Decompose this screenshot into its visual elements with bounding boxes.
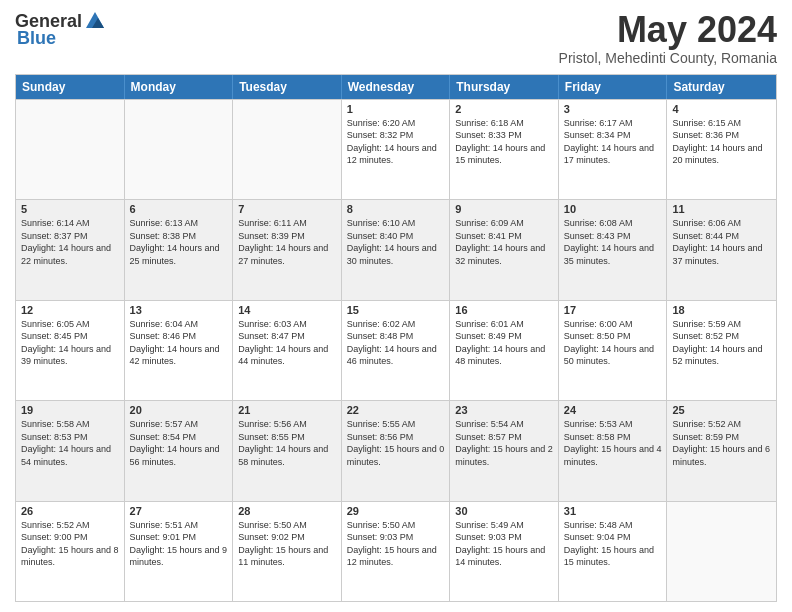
cell-info: Sunrise: 5:56 AM Sunset: 8:55 PM Dayligh… <box>238 418 336 468</box>
cal-cell: 2Sunrise: 6:18 AM Sunset: 8:33 PM Daylig… <box>450 100 559 199</box>
day-number: 28 <box>238 505 336 517</box>
header-monday: Monday <box>125 75 234 99</box>
cal-cell <box>233 100 342 199</box>
header-saturday: Saturday <box>667 75 776 99</box>
header: General Blue May 2024 Pristol, Mehedinti… <box>15 10 777 66</box>
cal-week-4: 26Sunrise: 5:52 AM Sunset: 9:00 PM Dayli… <box>16 501 776 601</box>
cal-cell: 18Sunrise: 5:59 AM Sunset: 8:52 PM Dayli… <box>667 301 776 400</box>
cell-info: Sunrise: 6:06 AM Sunset: 8:44 PM Dayligh… <box>672 217 771 267</box>
day-number: 20 <box>130 404 228 416</box>
cell-info: Sunrise: 6:08 AM Sunset: 8:43 PM Dayligh… <box>564 217 662 267</box>
logo-icon <box>84 10 106 32</box>
cell-info: Sunrise: 6:17 AM Sunset: 8:34 PM Dayligh… <box>564 117 662 167</box>
logo-blue: Blue <box>17 28 56 49</box>
cal-cell: 11Sunrise: 6:06 AM Sunset: 8:44 PM Dayli… <box>667 200 776 299</box>
day-number: 5 <box>21 203 119 215</box>
day-number: 23 <box>455 404 553 416</box>
page: General Blue May 2024 Pristol, Mehedinti… <box>0 0 792 612</box>
calendar-header: Sunday Monday Tuesday Wednesday Thursday… <box>16 75 776 99</box>
day-number: 13 <box>130 304 228 316</box>
cal-cell: 17Sunrise: 6:00 AM Sunset: 8:50 PM Dayli… <box>559 301 668 400</box>
cal-cell: 19Sunrise: 5:58 AM Sunset: 8:53 PM Dayli… <box>16 401 125 500</box>
day-number: 16 <box>455 304 553 316</box>
cal-cell: 21Sunrise: 5:56 AM Sunset: 8:55 PM Dayli… <box>233 401 342 500</box>
day-number: 4 <box>672 103 771 115</box>
cell-info: Sunrise: 5:52 AM Sunset: 9:00 PM Dayligh… <box>21 519 119 569</box>
day-number: 25 <box>672 404 771 416</box>
cal-cell: 4Sunrise: 6:15 AM Sunset: 8:36 PM Daylig… <box>667 100 776 199</box>
day-number: 15 <box>347 304 445 316</box>
cell-info: Sunrise: 6:10 AM Sunset: 8:40 PM Dayligh… <box>347 217 445 267</box>
day-number: 3 <box>564 103 662 115</box>
cal-week-0: 1Sunrise: 6:20 AM Sunset: 8:32 PM Daylig… <box>16 99 776 199</box>
cell-info: Sunrise: 6:11 AM Sunset: 8:39 PM Dayligh… <box>238 217 336 267</box>
cal-cell: 5Sunrise: 6:14 AM Sunset: 8:37 PM Daylig… <box>16 200 125 299</box>
cal-week-1: 5Sunrise: 6:14 AM Sunset: 8:37 PM Daylig… <box>16 199 776 299</box>
header-friday: Friday <box>559 75 668 99</box>
day-number: 12 <box>21 304 119 316</box>
cal-cell <box>125 100 234 199</box>
cell-info: Sunrise: 6:00 AM Sunset: 8:50 PM Dayligh… <box>564 318 662 368</box>
cell-info: Sunrise: 5:55 AM Sunset: 8:56 PM Dayligh… <box>347 418 445 468</box>
day-number: 22 <box>347 404 445 416</box>
day-number: 10 <box>564 203 662 215</box>
cal-cell: 3Sunrise: 6:17 AM Sunset: 8:34 PM Daylig… <box>559 100 668 199</box>
header-sunday: Sunday <box>16 75 125 99</box>
calendar-body: 1Sunrise: 6:20 AM Sunset: 8:32 PM Daylig… <box>16 99 776 601</box>
day-number: 2 <box>455 103 553 115</box>
cal-cell: 23Sunrise: 5:54 AM Sunset: 8:57 PM Dayli… <box>450 401 559 500</box>
cell-info: Sunrise: 6:01 AM Sunset: 8:49 PM Dayligh… <box>455 318 553 368</box>
cell-info: Sunrise: 6:14 AM Sunset: 8:37 PM Dayligh… <box>21 217 119 267</box>
header-tuesday: Tuesday <box>233 75 342 99</box>
cell-info: Sunrise: 5:58 AM Sunset: 8:53 PM Dayligh… <box>21 418 119 468</box>
cal-cell: 13Sunrise: 6:04 AM Sunset: 8:46 PM Dayli… <box>125 301 234 400</box>
cell-info: Sunrise: 6:18 AM Sunset: 8:33 PM Dayligh… <box>455 117 553 167</box>
cal-cell: 6Sunrise: 6:13 AM Sunset: 8:38 PM Daylig… <box>125 200 234 299</box>
cell-info: Sunrise: 6:05 AM Sunset: 8:45 PM Dayligh… <box>21 318 119 368</box>
cell-info: Sunrise: 5:51 AM Sunset: 9:01 PM Dayligh… <box>130 519 228 569</box>
cell-info: Sunrise: 5:59 AM Sunset: 8:52 PM Dayligh… <box>672 318 771 368</box>
cal-cell: 26Sunrise: 5:52 AM Sunset: 9:00 PM Dayli… <box>16 502 125 601</box>
day-number: 7 <box>238 203 336 215</box>
cal-cell: 24Sunrise: 5:53 AM Sunset: 8:58 PM Dayli… <box>559 401 668 500</box>
cell-info: Sunrise: 6:09 AM Sunset: 8:41 PM Dayligh… <box>455 217 553 267</box>
cal-cell <box>667 502 776 601</box>
day-number: 26 <box>21 505 119 517</box>
cal-cell: 16Sunrise: 6:01 AM Sunset: 8:49 PM Dayli… <box>450 301 559 400</box>
day-number: 6 <box>130 203 228 215</box>
cal-cell: 29Sunrise: 5:50 AM Sunset: 9:03 PM Dayli… <box>342 502 451 601</box>
day-number: 8 <box>347 203 445 215</box>
cal-cell: 28Sunrise: 5:50 AM Sunset: 9:02 PM Dayli… <box>233 502 342 601</box>
cal-cell: 30Sunrise: 5:49 AM Sunset: 9:03 PM Dayli… <box>450 502 559 601</box>
cal-cell: 1Sunrise: 6:20 AM Sunset: 8:32 PM Daylig… <box>342 100 451 199</box>
day-number: 14 <box>238 304 336 316</box>
cal-cell: 22Sunrise: 5:55 AM Sunset: 8:56 PM Dayli… <box>342 401 451 500</box>
logo: General Blue <box>15 10 106 49</box>
header-thursday: Thursday <box>450 75 559 99</box>
cal-cell <box>16 100 125 199</box>
day-number: 17 <box>564 304 662 316</box>
day-number: 9 <box>455 203 553 215</box>
day-number: 24 <box>564 404 662 416</box>
day-number: 19 <box>21 404 119 416</box>
day-number: 27 <box>130 505 228 517</box>
cell-info: Sunrise: 5:53 AM Sunset: 8:58 PM Dayligh… <box>564 418 662 468</box>
cal-cell: 9Sunrise: 6:09 AM Sunset: 8:41 PM Daylig… <box>450 200 559 299</box>
cal-week-2: 12Sunrise: 6:05 AM Sunset: 8:45 PM Dayli… <box>16 300 776 400</box>
title-section: May 2024 Pristol, Mehedinti County, Roma… <box>559 10 777 66</box>
month-title: May 2024 <box>559 10 777 50</box>
calendar: Sunday Monday Tuesday Wednesday Thursday… <box>15 74 777 602</box>
cell-info: Sunrise: 6:13 AM Sunset: 8:38 PM Dayligh… <box>130 217 228 267</box>
day-number: 29 <box>347 505 445 517</box>
cell-info: Sunrise: 5:57 AM Sunset: 8:54 PM Dayligh… <box>130 418 228 468</box>
location: Pristol, Mehedinti County, Romania <box>559 50 777 66</box>
cal-cell: 8Sunrise: 6:10 AM Sunset: 8:40 PM Daylig… <box>342 200 451 299</box>
cell-info: Sunrise: 6:15 AM Sunset: 8:36 PM Dayligh… <box>672 117 771 167</box>
day-number: 21 <box>238 404 336 416</box>
cal-cell: 14Sunrise: 6:03 AM Sunset: 8:47 PM Dayli… <box>233 301 342 400</box>
cell-info: Sunrise: 6:03 AM Sunset: 8:47 PM Dayligh… <box>238 318 336 368</box>
cal-cell: 25Sunrise: 5:52 AM Sunset: 8:59 PM Dayli… <box>667 401 776 500</box>
cal-week-3: 19Sunrise: 5:58 AM Sunset: 8:53 PM Dayli… <box>16 400 776 500</box>
cell-info: Sunrise: 5:49 AM Sunset: 9:03 PM Dayligh… <box>455 519 553 569</box>
cell-info: Sunrise: 6:02 AM Sunset: 8:48 PM Dayligh… <box>347 318 445 368</box>
